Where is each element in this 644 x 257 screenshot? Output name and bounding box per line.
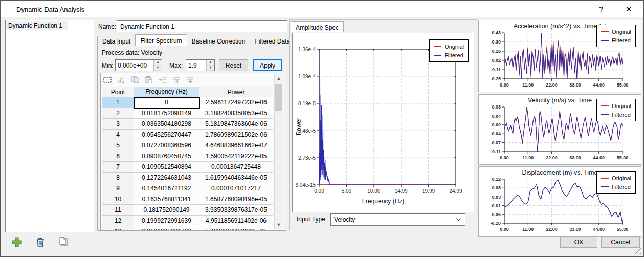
svg-text:1.09e-4: 1.09e-4 — [298, 74, 316, 79]
help-button[interactable]: ? — [591, 1, 611, 16]
tab-filtered-data[interactable]: Filtered Data — [250, 36, 295, 46]
max-spin-down-icon[interactable]: ▼ — [207, 66, 214, 71]
ok-button[interactable]: OK — [560, 236, 597, 248]
frequency-cell[interactable]: 0.1999272991639 — [134, 216, 199, 226]
power-cell[interactable]: 5.1819847363604e-06 — [199, 119, 273, 130]
power-cell[interactable]: 1.6587760090196e-05 — [199, 194, 273, 205]
select-region-icon[interactable] — [103, 76, 112, 84]
window-title: Dynamic Data Analysis — [16, 6, 84, 13]
point-cell[interactable]: 1 — [102, 97, 134, 108]
paste-icon[interactable] — [144, 76, 153, 84]
svg-text:22.00: 22.00 — [546, 155, 558, 160]
point-cell[interactable]: 4 — [102, 130, 134, 140]
title-bar[interactable]: Dynamic Data Analysis ? ✕ — [1, 1, 643, 17]
delete-function-icon[interactable] — [34, 235, 47, 249]
close-button[interactable]: ✕ — [618, 1, 639, 16]
min-input[interactable] — [116, 60, 153, 71]
column-header-frequency-hz-[interactable]: Frequency (Hz) — [134, 87, 199, 97]
apply-button[interactable]: Apply — [253, 59, 282, 71]
svg-text:55.00: 55.00 — [617, 82, 629, 88]
filtered-line-swatch — [601, 114, 609, 115]
frequency-cell[interactable]: 0.1454016721192 — [134, 183, 199, 194]
reset-button[interactable]: Reset — [219, 59, 248, 71]
y-axis-label: Power — [295, 91, 302, 162]
resize-grip[interactable] — [635, 248, 641, 254]
power-cell[interactable]: 5.4820824459943e-05 — [199, 226, 273, 231]
power-cell[interactable]: 1.6159940463446e-05 — [199, 173, 273, 183]
max-spin-up-icon[interactable]: ▲ — [207, 60, 214, 66]
table-row: 102.5961172497232e-06 — [102, 97, 273, 108]
point-cell[interactable]: 9 — [102, 183, 134, 194]
frequency-cell[interactable]: 0.1090512540894 — [134, 162, 199, 173]
duplicate-function-icon[interactable] — [57, 235, 71, 249]
point-cell[interactable]: 8 — [102, 173, 134, 183]
tab-baseline-correction[interactable]: Baseline Correction — [187, 36, 251, 46]
point-cell[interactable]: 2 — [102, 108, 134, 119]
svg-text:11.00: 11.00 — [522, 155, 534, 160]
scroll-down-icon[interactable]: ▼ — [275, 221, 283, 229]
cancel-button[interactable]: Cancel — [601, 236, 640, 248]
add-function-icon[interactable] — [10, 235, 24, 249]
function-listbox[interactable]: Dynamic Function 1 — [5, 20, 94, 232]
function-actions — [10, 235, 71, 249]
max-spinbox[interactable]: ▲ ▼ — [186, 59, 215, 71]
point-cell[interactable]: 6 — [102, 151, 134, 162]
point-cell[interactable]: 10 — [102, 194, 134, 205]
power-cell[interactable]: 2.5961172497232e-06 — [199, 97, 273, 108]
add-row-icon[interactable] — [186, 76, 194, 84]
point-cell[interactable]: 13 — [102, 226, 134, 231]
min-spinbox[interactable]: ▲ ▼ — [115, 59, 162, 71]
frequency-cell[interactable]: 0.181752090149 — [134, 205, 199, 216]
frequency-cell[interactable]: 0.0908760450745 — [134, 151, 199, 162]
insert-row-icon[interactable] — [158, 76, 167, 84]
point-cell[interactable]: 11 — [102, 205, 134, 216]
svg-text:0.00: 0.00 — [500, 155, 509, 160]
column-header-power[interactable]: Power — [199, 87, 273, 97]
power-cell[interactable]: 3.1882408350053e-05 — [199, 108, 273, 119]
frequency-cell[interactable]: 0.2181025081788 — [134, 226, 199, 231]
scroll-up-icon[interactable]: ▲ — [275, 74, 283, 83]
power-cell[interactable]: 4.9511856911402e-06 — [199, 216, 273, 226]
function-list-item[interactable]: Dynamic Function 1 — [6, 21, 68, 30]
frequency-cell[interactable]: 0.0181752090149 — [134, 108, 199, 119]
min-spin-up-icon[interactable]: ▲ — [154, 60, 162, 66]
power-cell[interactable]: 1.7860989021502e-06 — [199, 130, 273, 140]
column-header-point[interactable]: Point — [102, 87, 134, 97]
table-row: 80.12722646310431.6159940463446e-05 — [102, 173, 273, 183]
frequency-cell[interactable]: 0.1635768811341 — [134, 194, 199, 205]
input-type-dropdown[interactable]: Velocity — [330, 213, 465, 226]
table-scrollbar[interactable]: ▲ ▼ — [274, 74, 283, 229]
legend-entry-original: Original — [434, 42, 464, 51]
legend-entry-original: Original — [601, 101, 631, 110]
delete-row-icon[interactable] — [172, 76, 181, 84]
point-cell[interactable]: 12 — [102, 216, 134, 226]
power-cell[interactable]: 4.6468839661662e-07 — [199, 140, 273, 151]
tab-filter-spectrum[interactable]: Filter Spectrum — [135, 34, 187, 46]
power-cell[interactable]: 0.0001364725448 — [199, 162, 273, 173]
frequency-power-table: PointFrequency (Hz)Power 102.59611724972… — [102, 87, 273, 231]
table-row: 90.14540167211920.0001071017217 — [102, 183, 273, 194]
frequency-cell[interactable]: 0.0363504180298 — [134, 119, 199, 130]
spectrum-legend: OriginalFiltered — [429, 39, 469, 62]
frequency-cell[interactable]: 0.0545256270447 — [134, 130, 199, 140]
max-input[interactable] — [186, 60, 206, 71]
name-input[interactable] — [117, 20, 287, 32]
svg-text:44.00: 44.00 — [593, 227, 605, 232]
frequency-cell[interactable]: 0.1272264631043 — [134, 173, 199, 183]
power-cell[interactable]: 0.0001071017217 — [199, 183, 273, 194]
point-cell[interactable]: 3 — [102, 119, 134, 130]
frequency-cell[interactable]: 0.0727008360596 — [134, 140, 199, 151]
frequency-cell[interactable]: 0 — [134, 97, 199, 108]
point-cell[interactable]: 5 — [102, 140, 134, 151]
cut-icon[interactable] — [117, 76, 125, 84]
power-cell[interactable]: 3.9350339876317e-05 — [199, 205, 273, 216]
tab-data-input[interactable]: Data Input — [97, 36, 136, 46]
power-cell[interactable]: 1.5900542119222e-05 — [199, 151, 273, 162]
copy-icon[interactable] — [130, 76, 139, 84]
scrollbar-thumb[interactable] — [275, 84, 282, 111]
point-cell[interactable]: 7 — [102, 162, 134, 173]
svg-text:0.08: 0.08 — [492, 185, 501, 190]
min-spin-down-icon[interactable]: ▼ — [154, 66, 162, 71]
spec-tab-amplitude-spec[interactable]: Amplitude Spec — [291, 21, 344, 32]
table-header-row: PointFrequency (Hz)Power — [102, 87, 273, 97]
